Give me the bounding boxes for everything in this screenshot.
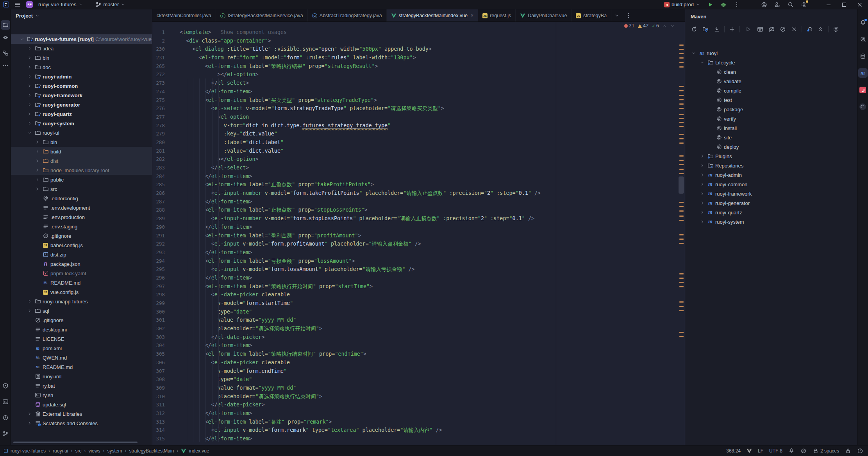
warning-stripe-mark[interactable] [679,95,684,96]
warning-stripe-mark[interactable] [679,122,684,123]
line-number[interactable]: 292 [152,240,180,248]
maven-tree-item[interactable]: compile [685,86,857,95]
ai-assistant-titlebar-icon[interactable] [759,0,769,9]
chevron-right-icon[interactable] [34,140,41,144]
line-number[interactable]: 276 [152,104,180,113]
line-number[interactable]: 313 [152,418,180,426]
chevron-down-icon[interactable] [699,60,705,65]
project-tree-item[interactable]: .env.staging [11,222,152,231]
breadcrumb-item[interactable]: src [75,448,81,454]
line-number[interactable]: 287 [152,198,180,206]
project-tree-item[interactable]: desktop.ini [11,325,152,334]
code-line[interactable]: 292 <el-input v-model="form.profitAmount… [152,240,685,248]
warning-stripe-mark[interactable] [679,173,684,174]
chevron-right-icon[interactable] [27,102,33,107]
project-tree-item[interactable]: ruoyi-generator [11,100,152,109]
warning-stripe-mark[interactable] [679,169,684,170]
maven-tree-item[interactable]: Plugins [685,151,857,161]
line-number[interactable]: 311 [152,401,180,409]
line-number[interactable]: 274 [152,87,180,96]
caret-position-widget[interactable]: 368:24 [726,448,741,454]
indent-widget[interactable]: 2 spaces [813,448,839,454]
run-configuration-icon[interactable] [756,25,764,33]
code-line[interactable]: 291 <el-form-item label="盈利金额" prop="pro… [152,232,685,240]
warning-stripe-mark[interactable] [679,239,684,240]
line-number[interactable]: 295 [152,265,180,274]
run-config-selector[interactable]: n build:prod [663,1,702,9]
window-maximize-button[interactable] [838,0,850,9]
analyze-dependencies-icon[interactable] [805,25,813,33]
warning-stripe-mark[interactable] [679,134,684,135]
line-number[interactable]: 304 [152,341,180,350]
warning-stripe-mark[interactable] [679,243,684,244]
code-line[interactable]: 304 </el-form-item> [152,341,685,350]
warning-stripe-mark[interactable] [679,53,684,54]
project-tree-item[interactable]: build [11,147,152,156]
code-line[interactable]: 231 <el-form ref="form" :model="form" :r… [152,53,685,62]
code-line[interactable]: 278 v-for="dict in dict.type.futures_str… [152,121,685,130]
line-number[interactable]: 275 [152,96,180,105]
line-number[interactable]: 293 [152,248,180,257]
database-icon[interactable] [858,52,868,61]
code-line[interactable]: 312 </el-form-item> [152,409,685,418]
version-control-branch-tool-icon[interactable] [1,429,10,438]
code-line[interactable]: 303 </el-date-picker> [152,333,685,342]
maven-tree-item[interactable]: package [685,105,857,114]
warning-stripe-mark[interactable] [679,49,684,50]
line-number[interactable]: 272 [152,70,180,79]
project-tree-item[interactable]: dist.zip [11,250,152,259]
run-icon[interactable] [743,25,753,34]
code-line[interactable]: 301 value-format="yyyy-MM-dd" [152,316,685,324]
line-number[interactable]: 265 [152,62,180,71]
problems-tool-icon[interactable] [1,413,10,422]
warning-stripe-mark[interactable] [679,138,684,139]
project-tree-item[interactable]: bin [11,53,152,62]
chevron-right-icon[interactable] [699,210,705,215]
project-tree-item[interactable]: JSvue.config.js [11,287,152,297]
chevron-right-icon[interactable] [27,121,33,126]
line-number[interactable]: 306 [152,358,180,367]
window-close-button[interactable] [854,0,866,9]
chevron-right-icon[interactable] [27,299,33,304]
project-tree-item[interactable]: M↓README.md [11,278,152,287]
code-line[interactable]: 280 :label="dict.label" [152,138,685,147]
warning-stripe-mark[interactable] [679,99,684,100]
passed-count[interactable]: ✓6 [652,23,659,28]
project-tree-item[interactable]: ruoyi-uniapp-futures [11,297,152,306]
warning-stripe-mark[interactable] [679,273,684,274]
warning-stripe-mark[interactable] [679,234,684,235]
code-line[interactable]: 302 placeholder="请选择策略执行开始时间"> [152,324,685,333]
code-line[interactable]: 295 <el-input v-model="form.lossAmount" … [152,265,685,274]
line-number[interactable]: 294 [152,257,180,265]
warning-stripe-mark[interactable] [679,108,684,109]
reload-icon[interactable] [690,25,698,33]
close-icon[interactable] [790,25,798,33]
warning-stripe-mark[interactable] [679,306,684,307]
line-number[interactable]: 298 [152,290,180,299]
chevron-right-icon[interactable] [699,173,705,177]
code-line[interactable]: 277 <el-option [152,113,685,121]
project-tree-item[interactable]: public [11,175,152,184]
project-tree-item[interactable]: ruoyi-system [11,119,152,128]
chevron-down-icon[interactable] [19,37,25,41]
prev-problem-icon[interactable] [663,24,667,28]
line-number[interactable]: 283 [152,164,180,172]
project-tree-item[interactable]: Ypnpm-lock.yaml [11,269,152,278]
project-avatar[interactable]: RF [26,1,33,8]
maven-tree-item[interactable]: deploy [685,142,857,151]
editor-tab[interactable]: CAbstractTradingStrategy.java [308,9,387,21]
chevron-right-icon[interactable] [27,112,33,116]
code-line[interactable]: 279 :key="dict.value" [152,130,685,138]
project-tree-item[interactable]: .editorconfig [11,194,152,203]
chevron-right-icon[interactable] [27,74,33,79]
project-tree-item[interactable]: .gitignore [11,231,152,240]
expand-all-icon[interactable] [817,25,825,33]
code-line[interactable]: 296 </el-form-item> [152,274,685,282]
chevron-down-icon[interactable] [27,130,33,135]
offline-mode-icon[interactable] [768,25,775,33]
chevron-right-icon[interactable] [27,55,33,60]
line-number[interactable]: 273 [152,79,180,87]
settings-icon[interactable] [832,25,840,33]
chevron-right-icon[interactable] [27,93,33,98]
code-line[interactable]: 294 <el-form-item label="亏损金额" prop="los… [152,257,685,265]
